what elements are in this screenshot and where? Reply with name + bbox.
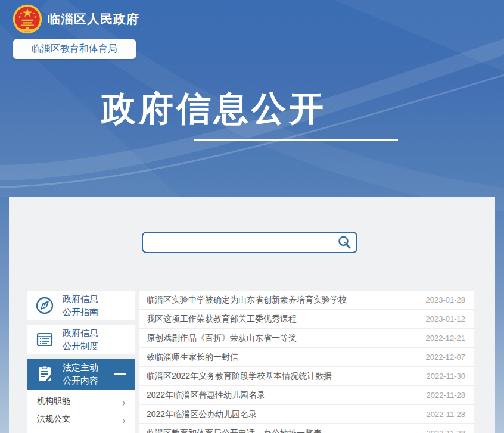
page: 临淄区人民政府 临淄区教育和体育局 政府信息公开 [0,0,504,433]
news-list: 临淄区实验中学被确定为山东省创新素养培育实验学校 2023-01-28 我区这项… [139,291,474,433]
sidebar-item-guide[interactable]: 政府信息 公开指南 [27,291,135,320]
sidebar-item-label: 政府信息 公开制度 [63,326,98,353]
news-row[interactable]: 原创戏剧作品《百折》荣获山东省一等奖 2022-12-21 [139,329,474,348]
content-panel: 政府信息 公开指南 政府信息 公开制度 [9,197,495,433]
title-underline [194,139,398,141]
news-row[interactable]: 临淄区教育和体育局公开电话、办公地址一览表 2022-11-28 [139,424,474,433]
news-title: 2022年临淄区公办幼儿园名录 [147,409,257,420]
news-date: 2022-12-21 [426,334,466,342]
news-row[interactable]: 致临淄师生家长的一封信 2022-12-07 [139,348,474,367]
news-row[interactable]: 我区这项工作荣获教育部关工委优秀课程 2023-01-12 [139,310,474,329]
site-name: 临淄区人民政府 [48,11,139,27]
compass-icon [35,296,54,315]
news-row[interactable]: 临淄区实验中学被确定为山东省创新素养培育实验学校 2023-01-28 [139,291,474,310]
search-input[interactable] [143,233,332,252]
news-row[interactable]: 2022年临淄区普惠性幼儿园名录 2022-11-28 [139,386,474,405]
news-title: 临淄区2022年义务教育阶段学校基本情况统计数据 [147,371,332,382]
news-date: 2022-11-30 [426,372,465,381]
active-indicator-dash [114,373,126,375]
chevron-right-icon: › [122,413,125,425]
news-date: 2022-12-07 [426,353,466,362]
sidebar-item-statutory-disclosure[interactable]: 法定主动 公开内容 [27,359,135,390]
department-button[interactable]: 临淄区教育和体育局 [13,39,136,59]
site-logo[interactable]: 临淄区人民政府 [12,4,139,35]
news-title: 临淄区实验中学被确定为山东省创新素养培育实验学校 [147,295,347,306]
news-row[interactable]: 2022年临淄区公办幼儿园名录 2022-11-28 [139,405,474,424]
chevron-right-icon: › [122,395,125,407]
sidebar-item-label: 政府信息 公开指南 [63,292,98,319]
news-date: 2022-11-28 [426,410,465,419]
news-date: 2022-11-28 [426,391,465,400]
news-title: 2022年临淄区普惠性幼儿园名录 [147,390,265,401]
news-date: 2023-01-28 [426,295,466,304]
news-date: 2023-01-12 [426,314,466,323]
sidebar-item-rules[interactable]: 政府信息 公开制度 [27,325,135,354]
submenu-item-organization[interactable]: 机构职能 › [27,392,135,410]
clipboard-pencil-icon [35,365,54,384]
news-row[interactable]: 临淄区2022年义务教育阶段学校基本情况统计数据 2022-11-30 [139,367,474,386]
search-icon [337,235,351,250]
sidebar-item-label: 法定主动 公开内容 [63,361,98,387]
search-button[interactable] [332,233,356,252]
news-title: 原创戏剧作品《百折》荣获山东省一等奖 [147,333,297,344]
search-box [142,232,357,253]
news-date: 2022-11-28 [426,429,465,433]
news-title: 致临淄师生家长的一封信 [147,352,238,363]
national-emblem-icon [12,4,43,35]
submenu-item-regulations[interactable]: 法规公文 › [27,410,135,428]
sidebar-submenu: 机构职能 › 法规公文 › [27,390,135,433]
news-title: 我区这项工作荣获教育部关工委优秀课程 [147,314,297,325]
document-list-icon [35,330,54,349]
sidebar: 政府信息 公开指南 政府信息 公开制度 [27,291,135,433]
page-title: 政府信息公开 [101,86,326,132]
news-title: 临淄区教育和体育局公开电话、办公地址一览表 [147,428,322,433]
